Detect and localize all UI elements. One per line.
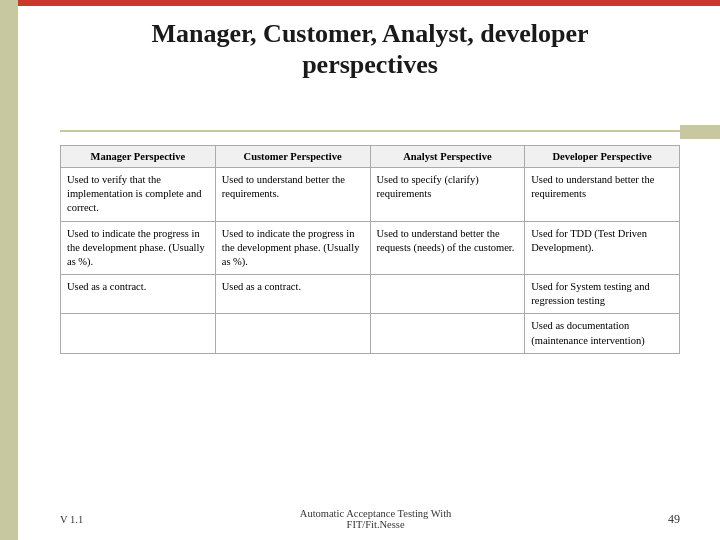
header-manager: Manager Perspective xyxy=(61,146,216,168)
cell-r3-c4: Used for System testing and regression t… xyxy=(525,275,680,314)
header-customer: Customer Perspective xyxy=(215,146,370,168)
page-title: Manager, Customer, Analyst, developer pe… xyxy=(60,18,680,80)
cell-r4-c2 xyxy=(215,314,370,353)
cell-r4-c1 xyxy=(61,314,216,353)
cell-r1-c2: Used to understand better the requiremen… xyxy=(215,168,370,222)
left-stripe xyxy=(0,0,18,540)
version-label: V 1.1 xyxy=(60,514,83,525)
footer-center: Automatic Acceptance Testing With FIT/Fi… xyxy=(83,508,668,530)
right-accent xyxy=(680,125,720,139)
table-row: Used to verify that the implementation i… xyxy=(61,168,680,222)
perspectives-table: Manager Perspective Customer Perspective… xyxy=(60,145,680,354)
table-row: Used to indicate the progress in the dev… xyxy=(61,221,680,275)
table-row: Used as a contract. Used as a contract. … xyxy=(61,275,680,314)
cell-r2-c4: Used for TDD (Test Driven Development). xyxy=(525,221,680,275)
footer: V 1.1 Automatic Acceptance Testing With … xyxy=(60,508,680,530)
cell-r1-c1: Used to verify that the implementation i… xyxy=(61,168,216,222)
cell-r3-c1: Used as a contract. xyxy=(61,275,216,314)
page-number: 49 xyxy=(668,512,680,527)
title-area: Manager, Customer, Analyst, developer pe… xyxy=(60,18,680,80)
cell-r3-c2: Used as a contract. xyxy=(215,275,370,314)
cell-r4-c4: Used as documentation (maintenance inter… xyxy=(525,314,680,353)
title-underline xyxy=(60,130,680,132)
cell-r3-c3 xyxy=(370,275,525,314)
cell-r1-c3: Used to specify (clarify) requirements xyxy=(370,168,525,222)
footer-line1: Automatic Acceptance Testing With xyxy=(83,508,668,519)
top-bar xyxy=(18,0,720,6)
table-row: Used as documentation (maintenance inter… xyxy=(61,314,680,353)
header-developer: Developer Perspective xyxy=(525,146,680,168)
table-container: Manager Perspective Customer Perspective… xyxy=(60,145,680,490)
cell-r2-c2: Used to indicate the progress in the dev… xyxy=(215,221,370,275)
header-analyst: Analyst Perspective xyxy=(370,146,525,168)
cell-r2-c3: Used to understand better the requests (… xyxy=(370,221,525,275)
cell-r2-c1: Used to indicate the progress in the dev… xyxy=(61,221,216,275)
cell-r4-c3 xyxy=(370,314,525,353)
footer-line2: FIT/Fit.Nesse xyxy=(83,519,668,530)
cell-r1-c4: Used to understand better the requiremen… xyxy=(525,168,680,222)
